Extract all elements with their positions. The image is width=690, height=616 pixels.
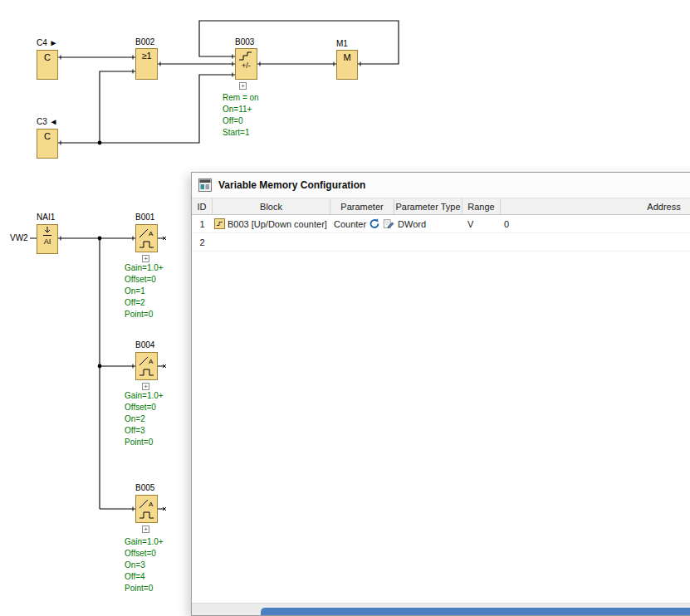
param-line: Offset=0 [125,548,164,560]
or-gate-symbol: ≥1 [141,51,151,61]
block-b005-label: B005 [135,483,154,492]
ai-symbol: AI [44,237,51,246]
pin-label-vw2: VW2 [10,233,28,242]
block-b002-label: B002 [135,37,154,46]
param-line: Gain=1.0+ [125,390,164,402]
dialog-title: Variable Memory Configuration [218,179,365,191]
expand-icon[interactable]: + [142,526,149,533]
table-header: ID Block Parameter Parameter Type Range … [192,198,690,215]
cell-id: 2 [192,233,213,251]
edit-icon[interactable] [383,218,394,230]
block-b004-analog-threshold[interactable]: A [135,352,158,380]
block-b002-or[interactable]: ≥1 [135,48,158,80]
column-header-range: Range [462,198,501,214]
column-header-parameter: Parameter [330,198,394,214]
block-b003-label: B003 [235,37,254,46]
block-b004-label: B004 [135,340,154,350]
analog-a-letter: A [149,230,154,237]
block-b003-updown-counter[interactable]: +/- [235,48,257,80]
horizontal-scrollbar-thumb[interactable] [261,608,690,615]
fbd-editor-canvas: C4 ► C B002 ≥1 B003 +/- + Rem = on On=11… [0,0,690,616]
block-mini-icon [214,218,225,229]
cell-range [462,233,501,251]
block-b001-label: B001 [135,213,154,222]
table-row[interactable]: 1 B003 [Up/Down counter] Counter [192,215,690,233]
updown-symbol: +/- [242,61,251,70]
analog-a-letter: A [149,358,154,365]
block-b004-params: Gain=1.0+ Offset=0 On=2 Off=3 Point=0 [125,390,164,448]
param-line: Off=3 [125,425,164,437]
cell-address [501,233,690,251]
param-line: Point=0 [125,583,164,594]
dialog-bottom-bar [192,603,690,615]
param-line: Rem = on [223,92,259,104]
column-header-block: Block [213,198,330,214]
table-row[interactable]: 2 [192,233,690,252]
cell-id: 1 [192,215,213,232]
param-line: On=2 [125,413,164,425]
analog-threshold-symbol: A [137,497,156,521]
param-line: Point=0 [125,309,164,320]
cell-parameter: Counter [330,215,394,232]
cell-address[interactable]: 0 [501,215,690,232]
block-nai1-analog-input[interactable]: AI [37,224,58,254]
param-line: Point=0 [125,437,164,448]
block-c3-label: C3 ◄ [37,117,57,126]
staircase-symbol [237,51,255,61]
param-line: Off=4 [125,571,164,583]
dialog-app-icon [198,178,212,192]
column-header-param-type: Parameter Type [394,198,462,214]
cell-block [213,233,330,251]
analog-threshold-symbol: A [137,354,156,379]
block-b001-analog-threshold[interactable]: A [135,224,158,252]
param-line: Off=2 [125,297,164,309]
cell-range: V [462,215,501,232]
column-header-id: ID [192,198,213,214]
cell-param-type [394,233,462,251]
block-c4[interactable]: C [37,50,58,80]
block-b003-params: Rem = on On=11+ Off=0 Start=1 [223,92,259,139]
param-line: Offset=0 [125,402,164,413]
block-b005-analog-threshold[interactable]: A [135,495,158,523]
dialog-titlebar[interactable]: Variable Memory Configuration [192,173,690,198]
param-line: Offset=0 [125,274,164,286]
refresh-icon[interactable] [369,218,380,230]
cell-parameter-text: Counter [334,219,366,229]
param-line: Gain=1.0+ [125,536,164,548]
flag-symbol: M [343,52,350,63]
param-line: On=3 [125,560,164,571]
variable-memory-dialog: Variable Memory Configuration ID Block P… [191,172,690,616]
cell-block-text: B003 [Up/Down counter] [228,219,327,229]
block-b005-params: Gain=1.0+ Offset=0 On=3 Off=4 Point=0 [125,536,164,594]
block-c4-label: C4 ► [37,38,57,47]
expand-icon[interactable]: + [239,82,247,90]
input-arrow-symbol [41,227,54,237]
cursor-key-symbol: C [44,131,51,142]
analog-a-letter: A [149,501,154,508]
cursor-key-symbol: C [44,52,51,63]
block-m1-flag[interactable]: M [336,50,358,80]
param-line: Gain=1.0+ [125,262,164,274]
param-line: On=11+ [223,104,259,115]
column-header-address: Address [501,198,690,214]
analog-threshold-symbol: A [137,227,156,251]
param-line: On=1 [125,286,164,297]
param-line: Start=1 [223,127,259,139]
block-b001-params: Gain=1.0+ Offset=0 On=1 Off=2 Point=0 [125,262,164,320]
block-m1-label: M1 [336,39,348,48]
block-c3[interactable]: C [37,129,58,159]
param-line: Off=0 [223,115,259,127]
expand-icon[interactable]: + [142,255,149,262]
cell-param-type: DWord [394,215,462,232]
cell-parameter [330,233,394,251]
cell-block: B003 [Up/Down counter] [213,215,330,232]
expand-icon[interactable]: + [142,383,149,390]
block-nai1-label: NAI1 [37,213,55,222]
